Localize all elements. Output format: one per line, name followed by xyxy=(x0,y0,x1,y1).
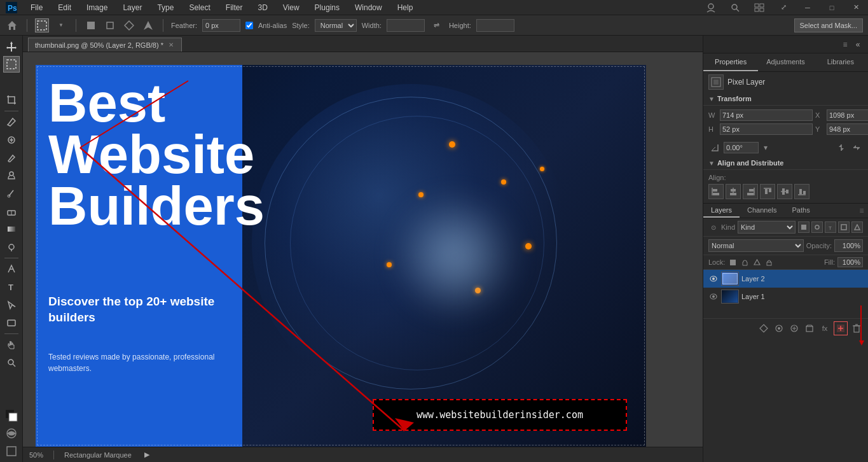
align-top-btn[interactable] xyxy=(760,184,775,199)
workspace-icon[interactable] xyxy=(752,1,766,15)
align-right-btn[interactable] xyxy=(743,184,758,199)
panel-options-icon[interactable]: ≡ xyxy=(839,38,851,51)
fill-input[interactable] xyxy=(837,257,863,267)
tab-paths[interactable]: Paths xyxy=(785,204,818,218)
tab-properties[interactable]: Properties xyxy=(703,53,758,71)
tab-adjustments[interactable]: Adjustments xyxy=(758,53,813,71)
menu-image[interactable]: Image xyxy=(84,2,110,13)
layer2-row[interactable]: Layer 2 xyxy=(703,270,868,288)
x-input[interactable] xyxy=(827,109,868,121)
crop-tool[interactable] xyxy=(3,92,20,108)
filter-pixel-icon[interactable] xyxy=(798,221,809,233)
align-left-btn[interactable] xyxy=(708,184,724,199)
menu-filter[interactable]: Filter xyxy=(223,2,245,13)
brush-tool[interactable] xyxy=(3,150,20,166)
angle-dropdown[interactable]: ▾ xyxy=(761,143,770,152)
tab-layers[interactable]: Layers xyxy=(703,204,740,218)
heal-tool[interactable] xyxy=(3,132,20,148)
status-arrow[interactable]: ▶ xyxy=(142,450,152,460)
select-icon[interactable] xyxy=(141,18,155,32)
foreground-color[interactable] xyxy=(3,407,20,424)
layer-fx-icon[interactable]: fx xyxy=(818,322,831,335)
search-icon[interactable] xyxy=(728,1,742,15)
tab-close-btn[interactable]: ✕ xyxy=(167,41,175,49)
filter-text-icon[interactable]: T xyxy=(825,221,836,233)
minimize-icon[interactable]: ─ xyxy=(801,1,815,15)
zoom-tool[interactable] xyxy=(3,354,20,371)
lock-position-icon[interactable] xyxy=(740,257,750,267)
close-icon[interactable]: ✕ xyxy=(849,1,863,15)
h-input[interactable] xyxy=(720,123,813,135)
lock-pixel-icon[interactable] xyxy=(727,257,738,267)
antialiase-checkbox[interactable] xyxy=(245,22,253,29)
marquee-options-arrow[interactable]: ▼ xyxy=(54,18,68,32)
lock-all-icon[interactable] xyxy=(764,257,774,267)
transform-icon[interactable] xyxy=(122,18,136,32)
screen-mode[interactable] xyxy=(3,443,20,459)
menu-edit[interactable]: Edit xyxy=(55,2,74,13)
filter-adjust-icon[interactable] xyxy=(811,221,823,233)
clone-stamp-tool[interactable] xyxy=(3,167,20,184)
flip-h-icon[interactable] xyxy=(835,141,848,154)
menu-3d[interactable]: 3D xyxy=(255,2,270,13)
angle-input[interactable] xyxy=(724,142,759,153)
blend-mode-select[interactable]: Normal xyxy=(708,239,804,252)
height-input[interactable] xyxy=(476,19,514,32)
align-bottom-btn[interactable] xyxy=(794,184,809,199)
maximize-icon[interactable]: □ xyxy=(825,1,839,15)
menu-plugins[interactable]: Plugins xyxy=(312,2,342,13)
width-input[interactable] xyxy=(387,19,425,32)
y-input[interactable] xyxy=(827,123,868,135)
feather-input[interactable] xyxy=(202,19,240,32)
style-select[interactable]: Normal xyxy=(315,19,357,32)
filter-shape-icon[interactable] xyxy=(838,221,850,233)
eyedropper-tool[interactable] xyxy=(3,114,20,130)
layer1-row[interactable]: Layer 1 xyxy=(703,288,868,305)
pen-tool[interactable] xyxy=(3,261,20,277)
dodge-tool[interactable] xyxy=(3,239,20,255)
filter-toggle-icon[interactable]: ⊙ xyxy=(708,222,719,232)
move-tool[interactable] xyxy=(3,38,20,55)
layer-effects-icon[interactable] xyxy=(757,322,770,335)
tab-libraries[interactable]: Libraries xyxy=(813,53,868,71)
layer-mask-icon[interactable] xyxy=(773,322,785,335)
swap-icon[interactable]: ⇌ xyxy=(430,18,444,32)
layer-adjust-icon[interactable] xyxy=(788,322,801,335)
filter-smart-icon[interactable] xyxy=(851,221,863,233)
align-center-v-btn[interactable] xyxy=(777,184,792,199)
menu-window[interactable]: Window xyxy=(352,2,385,13)
layer2-visibility-icon[interactable] xyxy=(708,274,719,284)
menu-help[interactable]: Help xyxy=(395,2,416,13)
type-tool[interactable]: T xyxy=(3,279,20,295)
marquee-rect-tool[interactable] xyxy=(3,56,20,73)
rect-shape-icon[interactable] xyxy=(84,18,98,32)
menu-layer[interactable]: Layer xyxy=(120,2,144,13)
align-center-h-btn[interactable] xyxy=(726,184,741,199)
lock-artboard-icon[interactable] xyxy=(752,257,762,267)
menu-type[interactable]: Type xyxy=(155,2,176,13)
shape-tool[interactable] xyxy=(3,314,20,331)
filter-kind-select[interactable]: Kind xyxy=(738,221,796,234)
layer1-visibility-icon[interactable] xyxy=(708,291,719,302)
transform-section-header[interactable]: ▼ Transform xyxy=(703,92,868,106)
layer-group-icon[interactable] xyxy=(803,322,816,335)
history-brush-tool[interactable] xyxy=(3,185,20,202)
canvas-tab[interactable]: thumbnail.png @ 50% (Layer 2, RGB/8) * ✕ xyxy=(28,38,182,52)
w-input[interactable] xyxy=(720,109,813,121)
select-mask-btn[interactable]: Select and Mask... xyxy=(794,18,864,32)
menu-select[interactable]: Select xyxy=(186,2,212,13)
layer-add-icon[interactable] xyxy=(834,321,848,335)
hand-tool[interactable] xyxy=(3,337,20,353)
tab-channels[interactable]: Channels xyxy=(740,204,784,218)
canvas-container[interactable]: Best Website Builders Discover the top 2… xyxy=(23,52,703,447)
menu-file[interactable]: File xyxy=(28,2,45,13)
flip-v-icon[interactable] xyxy=(850,141,863,154)
path-select-tool[interactable] xyxy=(3,297,20,313)
quick-mask[interactable] xyxy=(3,425,20,442)
layers-menu-icon[interactable]: ≡ xyxy=(855,204,868,217)
account-icon[interactable] xyxy=(704,1,718,15)
panel-collapse-icon[interactable]: « xyxy=(851,38,864,51)
home-icon[interactable] xyxy=(5,18,19,32)
move-icon[interactable] xyxy=(103,18,117,32)
expand-icon[interactable]: ⤢ xyxy=(776,1,790,15)
